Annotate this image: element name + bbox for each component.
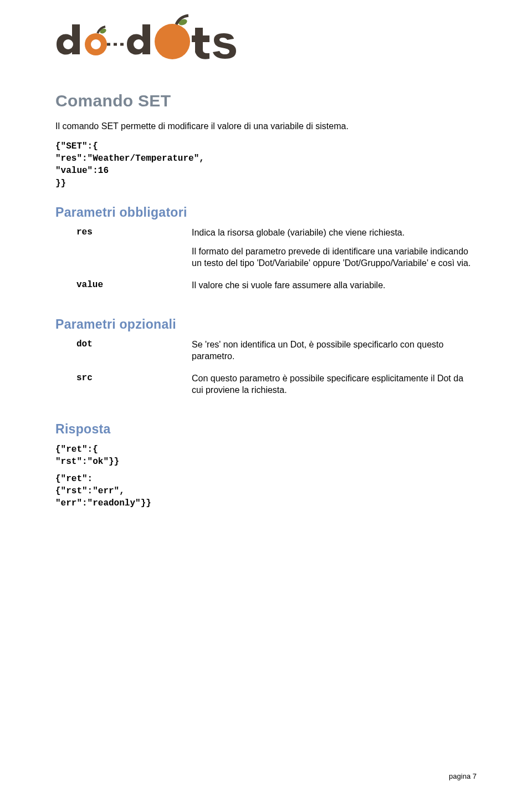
table-row: res Indica la risorsa globale (variabile… <box>55 227 477 279</box>
param-key: value <box>55 279 192 302</box>
svg-point-6 <box>155 24 190 59</box>
params-optional-heading: Parametri opzionali <box>55 317 477 332</box>
param-desc: Indica la risorsa globale (variabile) ch… <box>192 227 477 279</box>
section-intro-text: Il comando SET permette di modificare il… <box>55 120 477 132</box>
param-desc-text: Con questo parametro è possibile specifi… <box>192 372 477 396</box>
section-title: Comando SET <box>55 91 477 110</box>
param-desc-text: Indica la risorsa globale (variabile) ch… <box>192 227 477 239</box>
response-code-block: {"ret":{ "rst":"ok"}} <box>55 443 477 468</box>
page-number: pagina 7 <box>449 772 477 780</box>
param-key: src <box>55 372 192 406</box>
svg-point-2 <box>91 39 101 49</box>
params-required-table: res Indica la risorsa globale (variabile… <box>55 227 477 301</box>
param-desc: Se 'res' non identifica un Dot, è possib… <box>192 339 477 372</box>
svg-point-5 <box>134 39 144 49</box>
param-desc-text: Se 'res' non identifica un Dot, è possib… <box>192 339 477 362</box>
params-required-heading: Parametri obbligatori <box>55 205 477 220</box>
param-key: res <box>55 227 192 279</box>
svg-point-0 <box>63 39 73 49</box>
param-desc-text: Il formato del parametro prevede di iden… <box>192 246 477 269</box>
brand-logo <box>55 11 477 64</box>
param-desc: Il valore che si vuole fare assumere all… <box>192 279 477 302</box>
example-code-block: {"SET":{ "res":"Weather/Temperature", "v… <box>55 140 477 190</box>
response-heading: Risposta <box>55 422 477 437</box>
table-row: value Il valore che si vuole fare assume… <box>55 279 477 302</box>
document-page: Comando SET Il comando SET permette di m… <box>0 0 532 797</box>
param-key: dot <box>55 339 192 372</box>
table-row: src Con questo parametro è possibile spe… <box>55 372 477 406</box>
param-desc-text: Il valore che si vuole fare assumere all… <box>192 279 477 292</box>
params-optional-table: dot Se 'res' non identifica un Dot, è po… <box>55 339 477 406</box>
response-code-block: {"ret": {"rst":"err", "err":"readonly"}} <box>55 473 477 510</box>
param-desc: Con questo parametro è possibile specifi… <box>192 372 477 406</box>
table-row: dot Se 'res' non identifica un Dot, è po… <box>55 339 477 372</box>
